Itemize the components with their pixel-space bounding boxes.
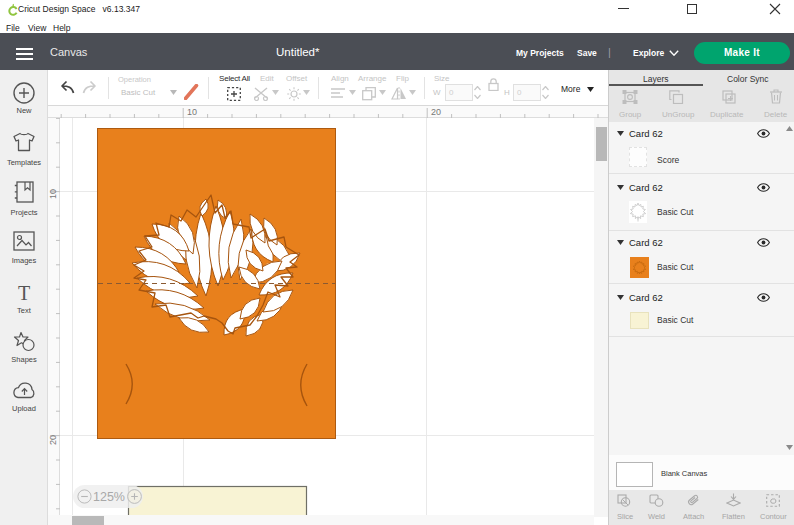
svg-text:10: 10 [187, 107, 197, 117]
svg-text:20: 20 [431, 107, 441, 117]
svg-text:10: 10 [48, 189, 58, 199]
svg-text:20: 20 [48, 435, 58, 445]
